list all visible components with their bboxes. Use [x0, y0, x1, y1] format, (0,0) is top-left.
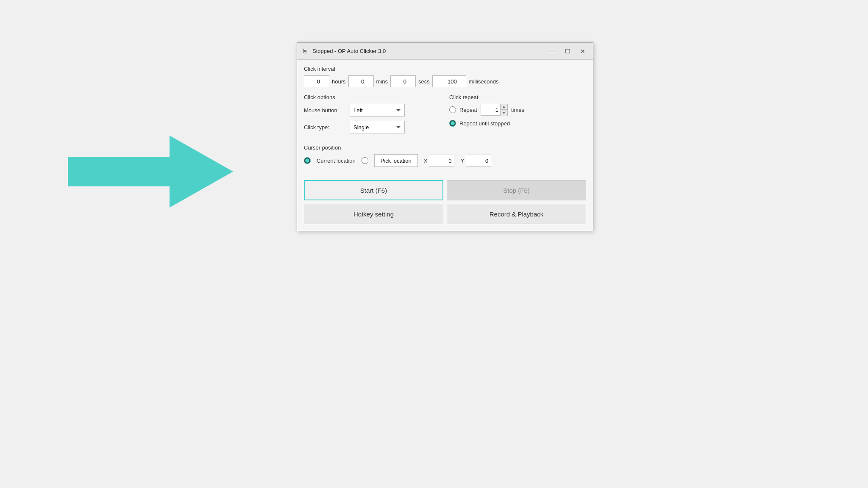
repeat-times-spinbox: ▲ ▼: [481, 104, 508, 116]
click-type-select[interactable]: Single Double: [350, 121, 405, 133]
app-window: 🖱 Stopped - OP Auto Clicker 3.0 — ☐ ✕ Cl…: [297, 42, 593, 231]
window-content: Click interval hours mins secs milliseco…: [297, 60, 593, 231]
spin-up-button[interactable]: ▲: [501, 104, 507, 110]
window-title: Stopped - OP Auto Clicker 3.0: [312, 48, 546, 54]
secs-unit: secs: [418, 78, 430, 85]
action-buttons: Start (F6) Stop (F6) Hotkey setting Reco…: [304, 180, 586, 224]
mouse-button-select[interactable]: Left Right Middle: [350, 104, 405, 116]
mouse-button-row: Mouse button: Left Right Middle: [304, 104, 441, 116]
secs-input[interactable]: [390, 75, 416, 87]
hours-unit: hours: [332, 78, 346, 85]
click-repeat-label: Click repeat: [449, 94, 586, 100]
x-input[interactable]: [429, 155, 454, 166]
stop-button: Stop (F6): [447, 180, 586, 200]
mouse-button-label: Mouse button:: [304, 107, 346, 114]
current-location-label: Current location: [317, 158, 356, 164]
options-repeat-row: Click options Mouse button: Left Right M…: [304, 94, 586, 138]
divider: [304, 174, 586, 174]
click-repeat-section: Click repeat Repeat ▲ ▼ times Re: [449, 94, 586, 138]
click-interval-row: hours mins secs milliseconds: [304, 75, 586, 87]
start-button[interactable]: Start (F6): [304, 180, 443, 200]
repeat-until-label: Repeat until stopped: [459, 120, 510, 127]
record-playback-button[interactable]: Record & Playback: [447, 204, 586, 224]
pick-location-radio[interactable]: [362, 157, 368, 164]
click-type-row: Click type: Single Double: [304, 121, 441, 133]
cursor-position-label: Cursor position: [304, 144, 586, 151]
mins-unit: mins: [376, 78, 388, 85]
x-coord-group: X: [424, 155, 455, 166]
minimize-button[interactable]: —: [546, 46, 558, 56]
click-options-label: Click options: [304, 94, 441, 100]
times-label: times: [511, 107, 524, 113]
svg-marker-0: [68, 136, 233, 208]
repeat-until-row: Repeat until stopped: [449, 120, 586, 127]
repeat-until-radio[interactable]: [449, 120, 456, 127]
window-controls: — ☐ ✕: [546, 46, 589, 56]
ms-unit: milliseconds: [469, 78, 499, 85]
arrow-decoration: [68, 136, 233, 208]
arrow-icon: [68, 136, 233, 208]
spin-buttons: ▲ ▼: [500, 104, 507, 116]
y-input[interactable]: [466, 155, 491, 166]
repeat-radio[interactable]: [449, 106, 456, 113]
cursor-row: Current location Pick location X Y: [304, 154, 586, 167]
ms-input[interactable]: [432, 75, 466, 87]
spin-down-button[interactable]: ▼: [501, 110, 507, 116]
y-coord-group: Y: [460, 155, 491, 166]
click-options-section: Click options Mouse button: Left Right M…: [304, 94, 441, 138]
click-interval-label: Click interval: [304, 66, 586, 72]
repeat-label: Repeat: [459, 107, 477, 113]
click-type-label: Click type:: [304, 124, 346, 130]
maximize-button[interactable]: ☐: [562, 46, 573, 56]
hotkey-button[interactable]: Hotkey setting: [304, 204, 443, 224]
title-bar: 🖱 Stopped - OP Auto Clicker 3.0 — ☐ ✕: [297, 43, 593, 60]
repeat-times-row: Repeat ▲ ▼ times: [449, 104, 586, 116]
cursor-position-section: Cursor position Current location Pick lo…: [304, 144, 586, 167]
hours-input[interactable]: [304, 75, 329, 87]
mins-input[interactable]: [348, 75, 374, 87]
y-label: Y: [460, 158, 464, 164]
pick-location-button[interactable]: Pick location: [374, 154, 418, 167]
x-label: X: [424, 158, 428, 164]
repeat-times-input[interactable]: [481, 106, 500, 114]
app-icon: 🖱: [301, 47, 309, 55]
current-location-radio[interactable]: [304, 157, 311, 164]
close-button[interactable]: ✕: [577, 46, 589, 56]
